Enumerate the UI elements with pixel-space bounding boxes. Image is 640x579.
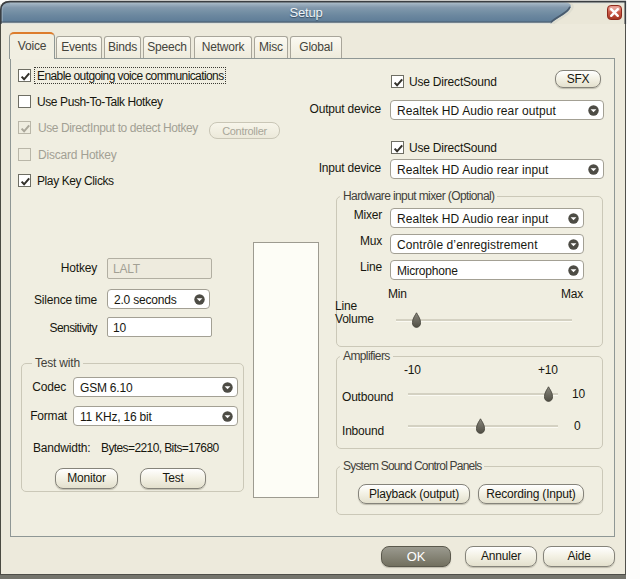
svg-text:Setup: Setup xyxy=(290,5,323,20)
